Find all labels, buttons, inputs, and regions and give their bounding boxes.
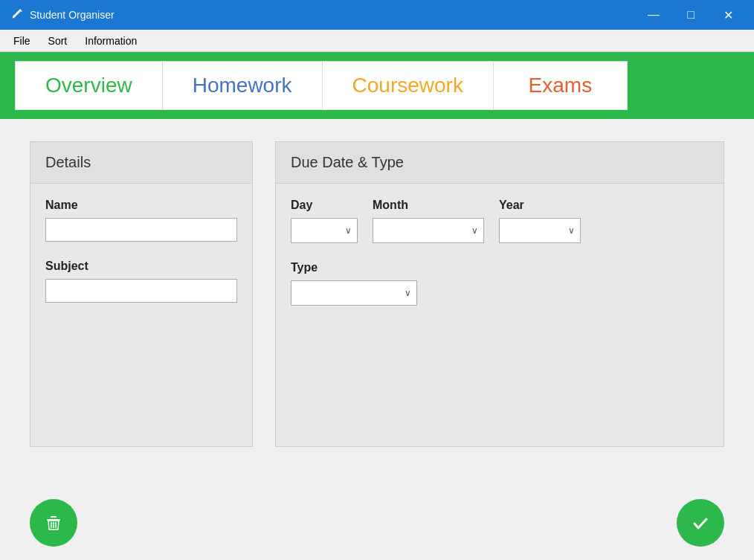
month-select[interactable]	[373, 218, 484, 243]
day-select[interactable]	[291, 218, 358, 243]
name-input[interactable]	[45, 218, 237, 242]
type-select[interactable]	[291, 280, 417, 306]
menu-file[interactable]: File	[4, 32, 39, 50]
menubar: File Sort Information	[0, 30, 754, 52]
svg-rect-1	[51, 516, 57, 518]
day-col: Day	[291, 199, 358, 243]
day-select-wrapper	[291, 218, 358, 243]
tab-bar: Overview Homework Coursework Exams	[15, 61, 739, 110]
name-label: Name	[45, 199, 237, 212]
type-label: Type	[291, 261, 709, 274]
month-col: Month	[373, 199, 484, 243]
app-title: Student Organiser	[30, 9, 637, 21]
due-panel-header: Due Date & Type	[276, 142, 724, 184]
tab-exams[interactable]: Exams	[494, 61, 628, 110]
due-panel-body: Day Month Year	[276, 184, 724, 321]
bottom-bar	[0, 486, 754, 560]
main-content: Details Name Subject Due Date & Type Day	[0, 119, 754, 469]
year-col: Year	[499, 199, 581, 243]
menu-information[interactable]: Information	[76, 32, 146, 50]
details-panel-header: Details	[30, 142, 252, 184]
confirm-button[interactable]	[677, 499, 724, 547]
trash-icon	[44, 513, 63, 532]
details-panel: Details Name Subject	[30, 141, 253, 447]
tab-coursework[interactable]: Coursework	[323, 61, 494, 110]
titlebar: Student Organiser — □ ✕	[0, 0, 754, 30]
subject-input[interactable]	[45, 279, 237, 303]
day-label: Day	[291, 199, 358, 212]
year-select-wrapper	[499, 218, 581, 243]
maximize-button[interactable]: □	[674, 0, 708, 30]
minimize-button[interactable]: —	[637, 0, 671, 30]
check-icon	[691, 513, 710, 532]
app-icon	[9, 7, 24, 22]
header-band: Overview Homework Coursework Exams	[0, 52, 754, 119]
year-label: Year	[499, 199, 581, 212]
due-panel: Due Date & Type Day Month	[275, 141, 724, 447]
close-button[interactable]: ✕	[711, 0, 745, 30]
delete-button[interactable]	[30, 499, 77, 547]
type-select-wrapper	[291, 280, 417, 306]
month-select-wrapper	[373, 218, 484, 243]
window-controls: — □ ✕	[637, 0, 745, 30]
subject-label: Subject	[45, 260, 237, 273]
tab-overview[interactable]: Overview	[15, 61, 163, 110]
month-label: Month	[373, 199, 484, 212]
year-select[interactable]	[499, 218, 581, 243]
details-panel-body: Name Subject	[30, 184, 252, 335]
tab-homework[interactable]: Homework	[163, 61, 323, 110]
menu-sort[interactable]: Sort	[39, 32, 77, 50]
date-row: Day Month Year	[291, 199, 709, 243]
